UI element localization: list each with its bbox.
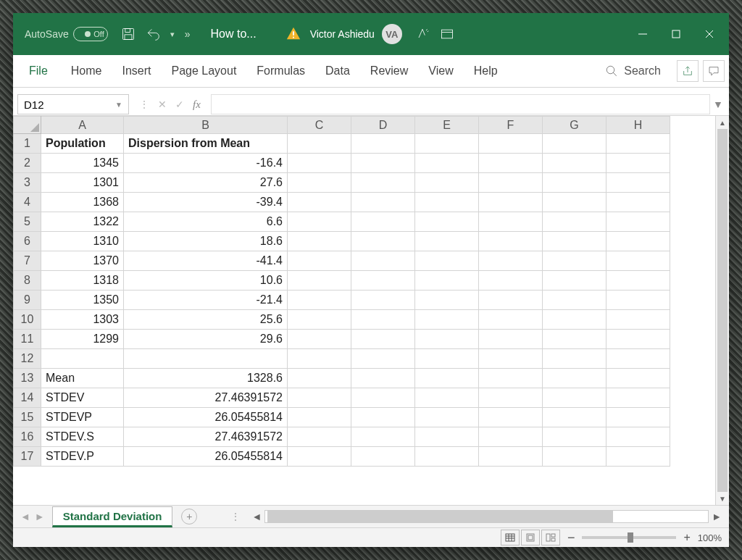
- scroll-left-icon[interactable]: ◄: [249, 511, 264, 522]
- cell-B4[interactable]: -39.4: [124, 193, 288, 212]
- cell-D10[interactable]: [351, 310, 415, 330]
- autosave-toggle[interactable]: AutoSave Off: [25, 27, 108, 41]
- expand-formula-icon[interactable]: ⯆: [714, 101, 722, 109]
- formula-input[interactable]: [211, 94, 710, 114]
- cell-H8[interactable]: [606, 271, 670, 291]
- cell-G2[interactable]: [543, 154, 606, 173]
- cell-D12[interactable]: [351, 349, 415, 369]
- cell-C8[interactable]: [288, 271, 351, 291]
- cell-B9[interactable]: -21.4: [124, 291, 288, 310]
- cell-C2[interactable]: [288, 154, 351, 173]
- cell-G16[interactable]: [543, 427, 606, 447]
- cell-G11[interactable]: [543, 330, 606, 349]
- cell-D4[interactable]: [351, 193, 415, 212]
- cell-F12[interactable]: [479, 349, 543, 369]
- cell-C3[interactable]: [288, 173, 351, 193]
- cell-H10[interactable]: [606, 310, 670, 330]
- cell-A16[interactable]: STDEV.S: [41, 427, 124, 447]
- cell-F3[interactable]: [479, 173, 543, 193]
- cell-D17[interactable]: [351, 447, 415, 467]
- cell-H15[interactable]: [606, 408, 670, 427]
- cell-A8[interactable]: 1318: [41, 271, 124, 291]
- col-header-H[interactable]: H: [606, 117, 670, 134]
- row-header[interactable]: 2: [14, 154, 41, 173]
- cell-H3[interactable]: [606, 173, 670, 193]
- cell-B15[interactable]: 26.05455814: [124, 408, 288, 427]
- cell-E4[interactable]: [415, 193, 479, 212]
- file-tab[interactable]: File: [17, 59, 59, 83]
- cell-B6[interactable]: 18.6: [124, 232, 288, 251]
- scroll-right-icon[interactable]: ►: [709, 511, 725, 522]
- cell-D5[interactable]: [351, 212, 415, 232]
- cell-E12[interactable]: [415, 349, 479, 369]
- cell-C7[interactable]: [288, 251, 351, 271]
- cell-C16[interactable]: [288, 427, 351, 447]
- spreadsheet-grid[interactable]: ABCDEFGH1PopulationDispersion from Mean2…: [13, 116, 715, 505]
- row-header[interactable]: 15: [14, 408, 41, 427]
- cell-C10[interactable]: [288, 310, 351, 330]
- cell-D9[interactable]: [351, 291, 415, 310]
- cell-F5[interactable]: [479, 212, 543, 232]
- cell-F10[interactable]: [479, 310, 543, 330]
- cell-C6[interactable]: [288, 232, 351, 251]
- cell-H1[interactable]: [606, 134, 670, 154]
- comments-button[interactable]: [703, 60, 725, 82]
- cell-E14[interactable]: [415, 388, 479, 408]
- normal-view-button[interactable]: [501, 530, 520, 546]
- cell-D11[interactable]: [351, 330, 415, 349]
- row-header[interactable]: 16: [14, 427, 41, 447]
- row-header[interactable]: 11: [14, 330, 41, 349]
- zoom-in-button[interactable]: +: [683, 531, 690, 544]
- cell-G17[interactable]: [543, 447, 606, 467]
- tab-help[interactable]: Help: [464, 59, 508, 83]
- cell-H14[interactable]: [606, 388, 670, 408]
- tab-review[interactable]: Review: [360, 59, 418, 83]
- cell-G8[interactable]: [543, 271, 606, 291]
- cell-E6[interactable]: [415, 232, 479, 251]
- add-sheet-button[interactable]: +: [181, 509, 197, 525]
- cell-E7[interactable]: [415, 251, 479, 271]
- cell-C5[interactable]: [288, 212, 351, 232]
- cell-B12[interactable]: [124, 349, 288, 369]
- sheet-tab[interactable]: Standard Deviation: [52, 506, 173, 527]
- cell-D14[interactable]: [351, 388, 415, 408]
- cell-G10[interactable]: [543, 310, 606, 330]
- col-header-F[interactable]: F: [479, 117, 543, 134]
- cell-B10[interactable]: 25.6: [124, 310, 288, 330]
- cell-F11[interactable]: [479, 330, 543, 349]
- row-header[interactable]: 14: [14, 388, 41, 408]
- cell-G12[interactable]: [543, 349, 606, 369]
- cell-H6[interactable]: [606, 232, 670, 251]
- row-header[interactable]: 10: [14, 310, 41, 330]
- cell-G14[interactable]: [543, 388, 606, 408]
- cell-B11[interactable]: 29.6: [124, 330, 288, 349]
- cell-D15[interactable]: [351, 408, 415, 427]
- cell-F14[interactable]: [479, 388, 543, 408]
- cell-D13[interactable]: [351, 369, 415, 388]
- tab-pagelayout[interactable]: Page Layout: [161, 59, 246, 83]
- name-box[interactable]: D12▼: [17, 94, 129, 114]
- cell-D7[interactable]: [351, 251, 415, 271]
- cell-C12[interactable]: [288, 349, 351, 369]
- more-commands-icon[interactable]: »: [185, 28, 191, 40]
- row-header[interactable]: 3: [14, 173, 41, 193]
- tab-insert[interactable]: Insert: [112, 59, 161, 83]
- cell-A7[interactable]: 1370: [41, 251, 124, 271]
- cell-A13[interactable]: Mean: [41, 369, 124, 388]
- cell-A2[interactable]: 1345: [41, 154, 124, 173]
- mic-icon[interactable]: [415, 27, 430, 41]
- cell-A3[interactable]: 1301: [41, 173, 124, 193]
- tab-home[interactable]: Home: [61, 59, 112, 83]
- prev-sheet-icon[interactable]: ◄: [20, 511, 30, 522]
- cell-F15[interactable]: [479, 408, 543, 427]
- row-header[interactable]: 5: [14, 212, 41, 232]
- cell-E3[interactable]: [415, 173, 479, 193]
- col-header-C[interactable]: C: [288, 117, 351, 134]
- cell-E9[interactable]: [415, 291, 479, 310]
- cell-H17[interactable]: [606, 447, 670, 467]
- row-header[interactable]: 6: [14, 232, 41, 251]
- horizontal-scrollbar[interactable]: [264, 510, 709, 523]
- row-header[interactable]: 12: [14, 349, 41, 369]
- cell-C14[interactable]: [288, 388, 351, 408]
- cell-H5[interactable]: [606, 212, 670, 232]
